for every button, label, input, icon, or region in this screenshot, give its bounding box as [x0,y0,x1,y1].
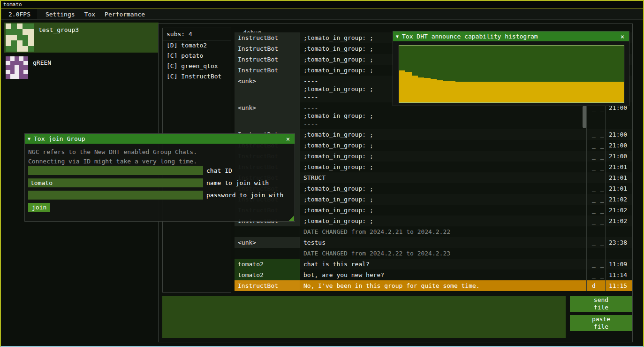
sender-name: tomato2 [235,259,300,270]
sender-name: InstructBot [235,32,300,43]
message-row[interactable]: InstructBotNo, I've been in this group f… [235,280,632,291]
menu-item-tox[interactable]: Tox [80,9,100,19]
chat-id-input[interactable] [28,166,203,175]
message-line: STRUCT [303,174,583,182]
avatar-cell [15,61,19,66]
app-window: tomato 2.0FPSSettingsToxPerformance test… [0,0,644,347]
avatar-cell [17,35,23,40]
fps-counter: 2.0FPS [2,9,37,19]
message-status: _ _ [587,162,606,172]
join-name-row: name to join with [28,178,291,187]
message-row[interactable]: tomato2chat is this real?_ _11:09 [235,259,632,270]
subs-list-item[interactable]: [C] InstructBot [163,71,231,82]
message-text: ;tomato_in_group: ; [300,129,587,140]
subs-header: subs: 4 [163,28,231,40]
message-text: ;tomato_in_group: ; [300,140,587,151]
close-icon[interactable]: × [619,33,626,40]
avatar-cell [11,46,17,52]
collapse-arrow-icon[interactable]: ▼ [28,136,30,141]
message-time: 21:02 [606,205,632,216]
message-status [587,226,606,237]
close-icon[interactable]: × [284,135,292,143]
avatar-cell [23,35,28,40]
histogram-bar [499,82,505,102]
message-time: 23:38 [606,237,632,248]
message-text: No, I've been in this group for quite so… [300,280,587,291]
avatar-cell [23,40,28,46]
histogram-bar [399,70,405,102]
group-item-gREEN[interactable]: gREEN [4,55,159,80]
message-line: ---- [303,120,583,128]
subs-list-item[interactable]: [C] green_qtox [163,61,231,71]
message-line: ;tomato_in_group: ; [303,141,583,149]
message-row[interactable]: <unk>----;tomato_in_group: ;----_ _21:00 [235,102,632,129]
menu-item-settings[interactable]: Settings [41,9,80,19]
message-status: _ _ [587,151,606,162]
message-status: _ _ [587,216,606,226]
join-intro-line2: Connecting via ID might take a very long… [28,157,291,166]
histogram-plot [399,45,624,103]
join-name-input[interactable] [28,178,203,187]
join-password-input[interactable] [28,191,203,200]
message-text: ;tomato_in_group: ; [300,194,587,205]
menu-item-performance[interactable]: Performance [100,9,150,19]
message-time: 21:01 [606,183,632,194]
message-text: DATE CHANGED from 2024.2.21 to 2024.2.22 [300,226,587,237]
sender-name: InstructBot [235,43,300,54]
message-status: _ _ [587,237,606,248]
resize-grip-icon[interactable] [288,216,294,221]
histogram-bar [530,82,537,102]
message-input[interactable] [162,296,566,338]
paste-file-button[interactable]: paste file [570,315,632,331]
message-time: 11:14 [606,270,632,280]
avatar-cell [17,23,23,29]
histogram-bar [580,82,586,102]
message-status: _ _ [587,259,606,270]
group-avatar [6,56,28,79]
avatar-cell [6,29,11,35]
subs-list-item[interactable]: [C] potato [163,51,231,61]
join-button[interactable]: join [28,203,50,212]
message-status [587,248,606,259]
avatar-cell [6,74,10,79]
avatar-cell [17,29,23,35]
message-line: ;tomato_in_group: ; [303,163,583,171]
avatar-cell [17,46,23,52]
avatar-cell [6,23,11,29]
avatar-cell [23,70,28,75]
collapse-arrow-icon[interactable]: ▼ [396,34,399,39]
message-row[interactable]: <unk>testus_ _23:38 [235,237,632,248]
message-line: No, I've been in this group for quite so… [303,282,583,290]
sender-name: <unk> [235,102,300,129]
message-status: d [587,280,606,291]
avatar-cell [15,70,19,75]
histogram-bar [437,80,443,102]
message-line: ;tomato_in_group: ; [303,185,583,193]
avatar-cell [6,35,11,40]
avatar-cell [28,40,34,46]
message-line: testus [303,239,583,247]
histogram-bar [474,82,480,102]
histogram-window-titlebar[interactable]: ▼ Tox DHT announce capability histogram … [393,31,629,41]
histogram-bar [561,82,568,102]
avatar-cell [19,70,24,75]
join-group-titlebar[interactable]: ▼ Tox join Group × [25,134,295,144]
menu-bar: 2.0FPSSettingsToxPerformance [1,9,643,20]
message-row[interactable]: tomato2bot, are you new here?_ _11:14 [235,270,632,280]
histogram-bar [412,76,418,102]
group-item-test_group3[interactable]: test_group3 [4,23,159,53]
avatar-cell [15,56,19,61]
sender-name [235,226,300,237]
message-line: DATE CHANGED from 2024.2.22 to 2024.2.23 [303,249,583,257]
histogram-window-title: Tox DHT announce capability histogram [402,33,615,40]
subs-list-item[interactable]: [D] tomato2 [163,40,231,51]
avatar-cell [6,56,10,61]
send-file-button[interactable]: send file [570,296,632,312]
group-name: test_group3 [38,23,79,33]
histogram-bar [574,82,580,102]
avatar-cell [23,29,28,35]
chat-scrollbar-thumb[interactable] [583,106,586,128]
message-text: STRUCT [300,172,587,183]
avatar-cell [6,65,10,70]
message-text: ;tomato_in_group: ; [300,151,587,162]
